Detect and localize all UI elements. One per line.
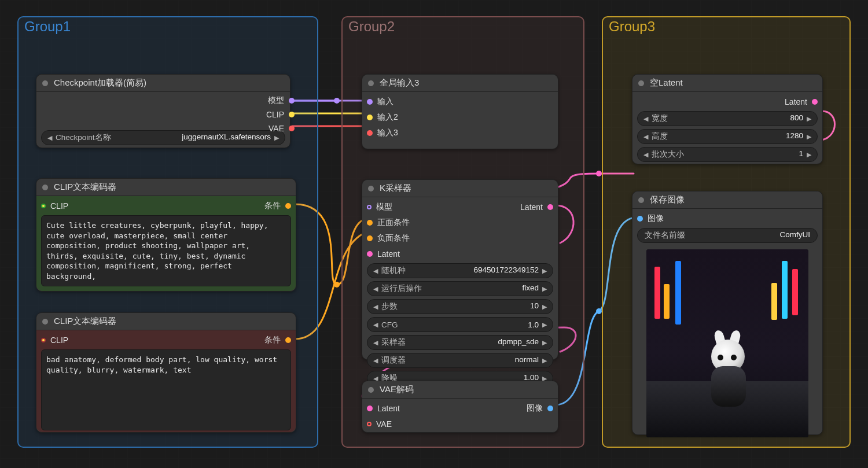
svg-point-2 [596, 171, 602, 176]
input-vae[interactable]: VAE [367, 418, 553, 430]
output-vae[interactable]: VAE [266, 122, 295, 135]
prompt-textarea[interactable]: bad anatomy, deformed body part, low qua… [41, 349, 291, 430]
arrow-right-icon[interactable]: ▶ [541, 357, 548, 364]
arrow-right-icon[interactable]: ▶ [541, 321, 548, 329]
input-image[interactable]: 图像 [637, 212, 818, 225]
checkpoint-name-widget[interactable]: ◀ Checkpoint名称juggernautXL.safetensors ▶ [41, 130, 285, 145]
collapse-icon[interactable] [368, 80, 374, 86]
input-positive[interactable]: 正面条件 [367, 216, 553, 229]
arrow-right-icon[interactable]: ▶ [541, 267, 548, 275]
arrow-right-icon[interactable]: ▶ [273, 134, 280, 142]
arrow-left-icon[interactable]: ◀ [372, 339, 379, 347]
input-model[interactable]: 模型 [367, 201, 392, 213]
ksampler-widget-3[interactable]: ◀ CFG1.0 ▶ [367, 317, 553, 332]
output-conditioning[interactable]: 条件 [264, 200, 291, 212]
arrow-left-icon[interactable]: ◀ [372, 321, 379, 329]
arrow-right-icon[interactable]: ▶ [541, 339, 548, 347]
node-checkpoint-loader[interactable]: Checkpoint加载器(简易) 模型 CLIP VAE ◀ Checkpoi… [36, 74, 290, 148]
node-header[interactable]: 保存图像 [632, 191, 822, 209]
collapse-icon[interactable] [368, 387, 374, 393]
input-latent[interactable]: Latent [367, 248, 553, 260]
output-image[interactable]: 图像 [527, 402, 553, 415]
collapse-icon[interactable] [42, 80, 48, 86]
group-title: Group2 [348, 16, 395, 36]
arrow-right-icon[interactable]: ▶ [806, 133, 812, 141]
arrow-right-icon[interactable]: ▶ [806, 115, 812, 123]
node-header[interactable]: CLIP文本编码器 [36, 179, 296, 196]
empty-latent-widget-0[interactable]: ◀ 宽度800 ▶ [637, 111, 818, 126]
arrow-left-icon[interactable]: ◀ [372, 357, 379, 364]
input-negative[interactable]: 负面条件 [367, 232, 553, 245]
arrow-left-icon[interactable]: ◀ [642, 151, 649, 159]
node-title: 空Latent [650, 78, 683, 89]
collapse-icon[interactable] [42, 319, 48, 325]
node-global-inputs[interactable]: 全局输入3 输入 输入2 输入3 [362, 74, 558, 149]
node-title: CLIP文本编码器 [54, 182, 116, 193]
arrow-left-icon[interactable]: ◀ [372, 267, 379, 275]
input-latent[interactable]: Latent [367, 402, 400, 415]
arrow-right-icon[interactable]: ▶ [541, 285, 548, 293]
node-title: CLIP文本编码器 [54, 316, 116, 327]
filename-prefix-widget[interactable]: 文件名前缀ComfyUI [637, 228, 818, 243]
node-save-image[interactable]: 保存图像 图像 文件名前缀ComfyUI [632, 191, 823, 435]
collapse-icon[interactable] [42, 185, 48, 190]
svg-point-1 [334, 282, 340, 288]
output-model[interactable]: 模型 [266, 94, 295, 107]
node-empty-latent[interactable]: 空Latent Latent ◀ 宽度800 ▶ ◀ 高度1280 ▶ ◀ 批次… [632, 74, 823, 164]
arrow-left-icon[interactable]: ◀ [372, 285, 379, 293]
ksampler-widget-1[interactable]: ◀ 运行后操作fixed ▶ [367, 281, 553, 296]
group-title: Group3 [609, 16, 655, 36]
group-title: Group1 [24, 16, 71, 36]
collapse-icon[interactable] [638, 80, 644, 86]
node-title: 全局输入3 [380, 78, 419, 89]
output-image-preview[interactable] [646, 249, 808, 437]
ksampler-widget-5[interactable]: ◀ 调度器normal ▶ [367, 353, 553, 368]
ksampler-widget-0[interactable]: ◀ 随机种694501722349152 ▶ [367, 263, 553, 278]
node-header[interactable]: 空Latent [632, 75, 822, 92]
node-header[interactable]: K采样器 [362, 180, 558, 197]
input-1[interactable]: 输入 [367, 95, 553, 108]
input-2[interactable]: 输入2 [367, 111, 553, 124]
svg-point-3 [596, 308, 602, 314]
arrow-right-icon[interactable]: ▶ [806, 151, 812, 159]
collapse-icon[interactable] [638, 197, 644, 203]
ksampler-widget-4[interactable]: ◀ 采样器dpmpp_sde ▶ [367, 335, 553, 350]
arrow-left-icon[interactable]: ◀ [642, 133, 649, 141]
arrow-left-icon[interactable]: ◀ [46, 134, 53, 142]
node-clip-positive[interactable]: CLIP文本编码器 CLIP 条件 Cute little creatures,… [36, 178, 296, 292]
svg-point-0 [334, 98, 340, 104]
node-title: VAE解码 [380, 384, 414, 395]
input-3[interactable]: 输入3 [367, 127, 553, 139]
node-header[interactable]: VAE解码 [362, 381, 558, 399]
node-title: Checkpoint加载器(简易) [54, 78, 146, 89]
node-header[interactable]: 全局输入3 [362, 75, 558, 92]
node-vae-decode[interactable]: VAE解码 Latent 图像 VAE [362, 381, 558, 433]
node-header[interactable]: CLIP文本编码器 [36, 313, 296, 330]
node-header[interactable]: Checkpoint加载器(简易) [36, 75, 290, 92]
empty-latent-widget-2[interactable]: ◀ 批次大小1 ▶ [637, 147, 818, 162]
collapse-icon[interactable] [368, 186, 374, 191]
node-title: K采样器 [380, 183, 411, 194]
node-clip-negative[interactable]: CLIP文本编码器 CLIP 条件 bad anatomy, deformed … [36, 312, 296, 433]
input-clip[interactable]: CLIP [41, 334, 68, 347]
arrow-right-icon[interactable]: ▶ [541, 303, 548, 311]
prompt-textarea[interactable]: Cute little creatures, cyberpunk, playfu… [41, 215, 291, 286]
arrow-left-icon[interactable]: ◀ [372, 303, 379, 311]
empty-latent-widget-1[interactable]: ◀ 高度1280 ▶ [637, 129, 818, 144]
output-clip[interactable]: CLIP [266, 108, 295, 121]
input-clip[interactable]: CLIP [41, 200, 68, 212]
ksampler-widget-2[interactable]: ◀ 步数10 ▶ [367, 299, 553, 314]
node-title: 保存图像 [650, 194, 685, 205]
output-latent[interactable]: Latent [520, 201, 553, 213]
output-conditioning[interactable]: 条件 [264, 334, 291, 347]
arrow-left-icon[interactable]: ◀ [642, 115, 649, 123]
node-ksampler[interactable]: K采样器 模型 Latent 正面条件 负面条件 Latent ◀ 随机种694… [362, 179, 558, 360]
output-latent[interactable]: Latent [637, 95, 818, 108]
